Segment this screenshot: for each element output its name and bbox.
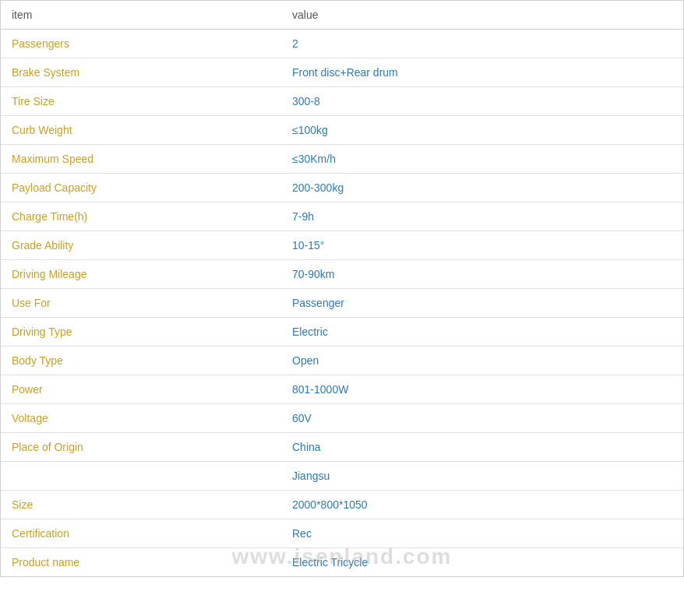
row-item: Body Type — [1, 347, 281, 375]
row-item: Certification — [1, 519, 281, 548]
spec-table-container: item value Passengers2Brake SystemFront … — [0, 0, 684, 577]
row-item: Charge Time(h) — [1, 202, 281, 231]
row-item: Size — [1, 491, 281, 519]
table-row: Driving TypeElectric — [1, 318, 683, 347]
row-item: Maximum Speed — [1, 145, 281, 174]
table-row: Product nameElectric Tricycle — [1, 548, 683, 577]
row-value: 300-8 — [281, 87, 683, 116]
table-row: Driving Mileage70-90km — [1, 260, 683, 289]
header-value: value — [281, 1, 683, 30]
table-row: Brake SystemFront disc+Rear drum — [1, 58, 683, 87]
row-item: Curb Weight — [1, 116, 281, 145]
header-item: item — [1, 1, 281, 30]
row-value: 801-1000W — [281, 375, 683, 404]
table-row: Curb Weight≤100kg — [1, 116, 683, 145]
row-item: Payload Capacity — [1, 174, 281, 202]
row-value: Electric Tricycle — [281, 548, 683, 577]
row-item — [1, 462, 281, 491]
row-value: Front disc+Rear drum — [281, 58, 683, 87]
table-row: Payload Capacity200-300kg — [1, 174, 683, 202]
row-value: 10-15° — [281, 231, 683, 260]
table-row: Use ForPassenger — [1, 289, 683, 318]
table-row: Passengers2 — [1, 30, 683, 58]
row-value: Passenger — [281, 289, 683, 318]
row-item: Passengers — [1, 30, 281, 58]
row-item: Driving Mileage — [1, 260, 281, 289]
table-row: Grade Ability10-15° — [1, 231, 683, 260]
row-value: Jiangsu — [281, 462, 683, 491]
table-header-row: item value — [1, 1, 683, 30]
row-value: 70-90km — [281, 260, 683, 289]
row-value: Open — [281, 347, 683, 375]
row-item: Tire Size — [1, 87, 281, 116]
row-item: Use For — [1, 289, 281, 318]
row-value: 2000*800*1050 — [281, 491, 683, 519]
row-value: ≤100kg — [281, 116, 683, 145]
row-value: ≤30Km/h — [281, 145, 683, 174]
row-value: 7-9h — [281, 202, 683, 231]
row-item: Place of Origin — [1, 433, 281, 462]
row-item: Power — [1, 375, 281, 404]
table-row: Place of OriginChina — [1, 433, 683, 462]
row-item: Product name — [1, 548, 281, 577]
table-row: Tire Size300-8 — [1, 87, 683, 116]
row-value: 2 — [281, 30, 683, 58]
row-item: Brake System — [1, 58, 281, 87]
spec-table: item value Passengers2Brake SystemFront … — [1, 1, 683, 576]
row-value: Rec — [281, 519, 683, 548]
row-item: Grade Ability — [1, 231, 281, 260]
table-row: Jiangsu — [1, 462, 683, 491]
table-row: Body TypeOpen — [1, 347, 683, 375]
table-row: Charge Time(h)7-9h — [1, 202, 683, 231]
table-row: Power801-1000W — [1, 375, 683, 404]
row-item: Voltage — [1, 404, 281, 433]
table-row: CertificationRec — [1, 519, 683, 548]
table-row: Maximum Speed≤30Km/h — [1, 145, 683, 174]
table-row: Size2000*800*1050 — [1, 491, 683, 519]
table-row: Voltage60V — [1, 404, 683, 433]
row-value: Electric — [281, 318, 683, 347]
row-value: 200-300kg — [281, 174, 683, 202]
row-item: Driving Type — [1, 318, 281, 347]
row-value: 60V — [281, 404, 683, 433]
row-value: China — [281, 433, 683, 462]
